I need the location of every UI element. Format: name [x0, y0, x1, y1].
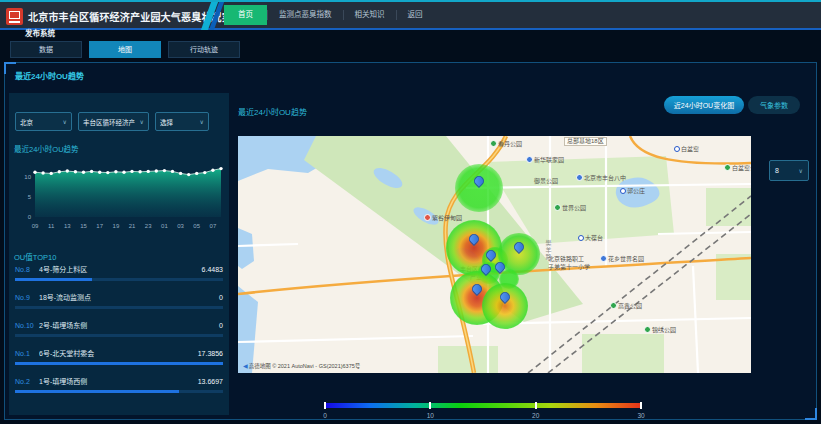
table-row: No.84号-筛分上料区6.4483: [15, 264, 223, 281]
svg-text:23: 23: [145, 223, 152, 229]
panel-corner-accent: [805, 408, 817, 420]
svg-text:13: 13: [64, 223, 71, 229]
rank-label: No.8: [15, 266, 39, 273]
row-line: No.102号-填埋场东侧0: [15, 320, 223, 330]
table-row: No.16号-北天堂村委会17.3856: [15, 348, 223, 365]
map-label: 紫谷伊甸园: [424, 214, 462, 222]
legend-tick-label: 30: [637, 412, 644, 419]
ou-value: 17.3856: [198, 350, 223, 357]
tab-1[interactable]: 数据: [10, 41, 82, 58]
rank-label: No.1: [15, 350, 39, 357]
filter-select-3[interactable]: 选择∨: [155, 112, 209, 131]
tab-3[interactable]: 行动轨迹: [168, 41, 240, 58]
row-line: No.84号-筛分上料区6.4483: [15, 264, 223, 274]
map-label: 北京市丰台八中: [576, 174, 626, 182]
legend-tick-label: 0: [323, 412, 327, 419]
svg-text:07: 07: [210, 223, 217, 229]
metro-poi-icon: [620, 188, 626, 194]
left-panel: 北京∨丰台区循环经济产∨选择∨ 最近24小时OU趋势 0510091113151…: [9, 93, 229, 415]
filter-select-1[interactable]: 北京∨: [15, 112, 72, 131]
progress-track: [15, 390, 223, 393]
map-label: 北京铁路职工: [548, 256, 584, 263]
nav-item-3[interactable]: 相关知识: [344, 5, 396, 25]
row-line: No.16号-北天堂村委会17.3856: [15, 348, 223, 358]
map-canvas[interactable]: 看丹公园总部基地18区新华联家园御景公园北京市丰台八中世界公园大葆台北京铁路职工…: [238, 136, 751, 373]
svg-text:05: 05: [193, 223, 200, 229]
svg-text:11: 11: [48, 223, 55, 229]
row-line: No.918号-流动监测点0: [15, 292, 223, 302]
station-name: 1号-填埋场西侧: [39, 376, 198, 386]
park-poi-icon: [490, 140, 497, 147]
progress-track: [15, 306, 223, 309]
map-label: 看丹公园: [490, 140, 522, 148]
ou-value: 6.4483: [202, 266, 223, 273]
ou-trend-chart: 0510091113151719212301030507: [9, 153, 229, 245]
progress-track: [15, 334, 223, 337]
metro-poi-icon: [674, 146, 680, 152]
chevron-down-icon: ∨: [63, 118, 67, 125]
nav-item-1[interactable]: 首页: [224, 5, 267, 25]
ou-top10-list: No.84号-筛分上料区6.4483No.918号-流动监测点0No.102号-…: [15, 264, 223, 404]
legend-tick-mark: [640, 402, 642, 409]
map-label: 樊羊路: [544, 240, 551, 261]
station-name: 4号-筛分上料区: [39, 264, 202, 274]
legend-tick-mark: [535, 402, 537, 409]
red-poi-icon: [424, 214, 431, 221]
svg-text:01: 01: [161, 223, 168, 229]
park-poi-icon: [644, 326, 651, 333]
map-label: 白盆窑: [674, 146, 699, 153]
select-value: 选择: [160, 117, 173, 127]
map-label: 大葆台: [578, 235, 603, 242]
ou-color-legend: 0102030: [325, 401, 641, 421]
svg-text:5: 5: [28, 194, 32, 200]
map-mode-button-1[interactable]: 近24小时OU变化图: [664, 96, 744, 114]
map-attribution: ◀高德地图 © 2021 AutoNavi - GS(2021)6375号: [243, 362, 360, 370]
system-label: 发布系统: [25, 27, 55, 38]
view-tabs: 数据地图行动轨迹: [10, 41, 247, 58]
hour-select[interactable]: 8 ∨: [769, 160, 809, 181]
nav-item-2[interactable]: 监测点恶臭指数: [268, 5, 343, 25]
ou-value: 0: [219, 322, 223, 329]
legend-tick-mark: [429, 402, 431, 409]
filter-selects: 北京∨丰台区循环经济产∨选择∨: [15, 112, 209, 131]
blue-poi-icon: [600, 255, 607, 262]
app-header: 北京市丰台区循环经济产业园大气恶臭状况实时 首页监测点恶臭指数相关知识返回: [0, 0, 821, 30]
select-value: 北京: [20, 117, 33, 127]
map-label: 御景公园: [534, 178, 558, 185]
blue-poi-icon: [526, 156, 533, 163]
main-panel: 最近24小时OU趋势 北京∨丰台区循环经济产∨选择∨ 最近24小时OU趋势 05…: [4, 62, 817, 420]
svg-text:15: 15: [80, 223, 87, 229]
svg-text:0: 0: [28, 214, 32, 220]
svg-text:21: 21: [129, 223, 136, 229]
panel-title: 最近24小时OU趋势: [15, 70, 84, 81]
map-label: 锦绣公园: [644, 326, 676, 334]
ou-value: 0: [219, 294, 223, 301]
nav-item-4[interactable]: 返回: [397, 5, 434, 25]
svg-text:19: 19: [113, 223, 120, 229]
progress-track: [15, 278, 223, 281]
metro-poi-icon: [578, 235, 584, 241]
table-row: No.21号-填埋场西侧13.6697: [15, 376, 223, 393]
autonavi-logo-icon: ◀: [243, 363, 248, 369]
progress-fill: [15, 362, 223, 365]
park-poi-icon: [724, 164, 731, 171]
legend-tick-label: 20: [532, 412, 539, 419]
main-nav: 首页监测点恶臭指数相关知识返回: [224, 5, 434, 25]
progress-track: [15, 362, 223, 365]
table-row: No.918号-流动监测点0: [15, 292, 223, 309]
station-name: 2号-填埋场东侧: [39, 320, 219, 330]
svg-text:10: 10: [24, 174, 31, 180]
rank-label: No.9: [15, 294, 39, 301]
map-mode-button-2[interactable]: 气象参数: [748, 96, 800, 114]
blue-poi-icon: [576, 174, 583, 181]
top10-title: OU值TOP10: [14, 251, 56, 262]
select-value: 丰台区循环经济产: [83, 117, 135, 127]
brand: 北京市丰台区循环经济产业园大气恶臭状况实时: [0, 2, 206, 30]
svg-text:17: 17: [96, 223, 103, 229]
table-row: No.102号-填埋场东侧0: [15, 320, 223, 337]
park-poi-icon: [610, 302, 617, 309]
map-section-title: 最近24小时OU趋势: [238, 106, 307, 117]
tab-2[interactable]: 地图: [89, 41, 161, 58]
filter-select-2[interactable]: 丰台区循环经济产∨: [78, 112, 149, 131]
chevron-down-icon: ∨: [140, 118, 144, 125]
